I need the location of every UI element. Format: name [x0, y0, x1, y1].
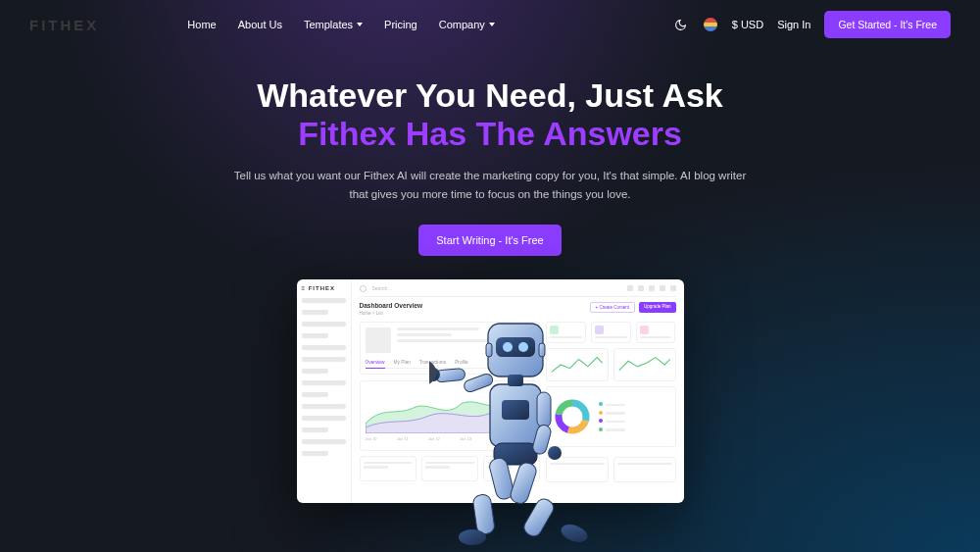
topbar-icon: [627, 285, 633, 291]
dashboard-topbar: Search…: [360, 285, 676, 297]
chart-label: Jan 15: [522, 436, 534, 441]
chevron-down-icon: [357, 23, 363, 26]
sidebar-placeholder: [302, 357, 346, 362]
sidebar-placeholder: [302, 310, 328, 315]
chart-label: Jan 10: [366, 436, 377, 441]
nav-label: Home: [187, 19, 216, 30]
globe-icon: [704, 18, 717, 31]
sidebar-placeholder: [302, 392, 328, 397]
nav-home[interactable]: Home: [187, 19, 216, 30]
brand-logo[interactable]: FITHEX: [29, 17, 99, 33]
chart-x-labels: Jan 10 Jan 11 Jan 12 Jan 13 Jan 14 Jan 1…: [366, 436, 535, 441]
dashboard-actions: + Create Content Upgrade Plan: [590, 302, 676, 313]
hero-subtitle: Tell us what you want our Fithex AI will…: [225, 167, 755, 203]
signin-link[interactable]: Sign In: [777, 19, 810, 30]
sidebar-placeholder: [302, 451, 328, 456]
sidebar-placeholder: [302, 404, 346, 409]
text-placeholder: [397, 339, 535, 342]
topbar-icon: [649, 285, 655, 291]
line-icon: [550, 352, 605, 377]
avatar-placeholder: [366, 327, 391, 353]
area-chart-card: Jan 10 Jan 11 Jan 12 Jan 13 Jan 14 Jan 1…: [360, 380, 541, 451]
nav-label: About Us: [238, 19, 282, 30]
sidebar-placeholder: [302, 416, 346, 421]
header-right: $ USD Sign In Get Started - It's Free: [673, 11, 951, 38]
tab-transactions: Transactions: [419, 360, 446, 365]
bottom-row: [360, 456, 541, 481]
line-icon: [617, 352, 672, 377]
topbar-icon: [638, 285, 644, 291]
dashboard-preview: ≡ FITHEX Search… Dashb: [297, 279, 684, 503]
profile-card: Overview My Plan Transactions Profile: [360, 322, 541, 375]
dashboard-crumb: Home > List: [360, 311, 423, 316]
dashboard-logo: ≡ FITHEX: [302, 285, 346, 291]
area-chart: [366, 386, 535, 433]
sidebar-placeholder: [302, 439, 346, 444]
chart-label: Jan 13: [460, 436, 471, 441]
dashboard-title: Dashboard Overview: [360, 302, 423, 309]
tab-overview: Overview: [366, 360, 385, 369]
language-button[interactable]: [703, 17, 718, 32]
start-writing-button[interactable]: Start Writing - It's Free: [418, 225, 561, 256]
stat-card: [613, 457, 676, 482]
dashboard-body: Overview My Plan Transactions Profile Ja…: [360, 322, 676, 482]
sidebar-placeholder: [302, 298, 346, 303]
text-placeholder: [397, 333, 452, 336]
sidebar-placeholder: [302, 427, 328, 432]
sidebar-placeholder: [302, 345, 346, 350]
mini-line-chart: [613, 348, 676, 381]
donut-chart-card: [546, 386, 675, 447]
nav-about[interactable]: About Us: [238, 19, 282, 30]
chart-label: Jan 12: [428, 436, 440, 441]
moon-icon: [674, 19, 687, 31]
sidebar-placeholder: [302, 333, 328, 338]
create-content-button: + Create Content: [590, 302, 635, 313]
stat-card: [546, 457, 609, 482]
main-nav: Home About Us Templates Pricing Company: [187, 19, 494, 30]
stat-card-green: [546, 322, 586, 343]
upgrade-plan-button: Upgrade Plan: [639, 302, 676, 313]
nav-company[interactable]: Company: [439, 19, 495, 30]
stat-card: [421, 456, 478, 481]
nav-label: Pricing: [384, 19, 417, 30]
donut-legend: [599, 402, 625, 431]
svg-point-23: [459, 529, 486, 545]
small-cards-row: [546, 322, 675, 343]
theme-toggle-button[interactable]: [673, 17, 689, 32]
chart-label: Jan 11: [397, 436, 409, 441]
get-started-button[interactable]: Get Started - It's Free: [824, 11, 951, 38]
nav-templates[interactable]: Templates: [304, 19, 363, 30]
topbar-icon: [660, 285, 665, 291]
header: FITHEX Home About Us Templates Pricing C…: [0, 0, 980, 49]
dashboard-titlebar: Dashboard Overview Home > List + Create …: [360, 302, 676, 316]
tab-profile: Profile: [455, 360, 468, 365]
dashboard-main: Search… Dashboard Overview Home > List +…: [352, 279, 684, 503]
stat-card-pink: [636, 322, 676, 343]
text-placeholder: [397, 327, 480, 330]
tab-myplan: My Plan: [394, 360, 411, 365]
svg-point-26: [559, 522, 590, 546]
nav-label: Templates: [304, 19, 353, 30]
hero-title-line1: Whatever You Need, Just Ask: [257, 76, 723, 114]
donut-chart: [552, 396, 593, 437]
sidebar-placeholder: [302, 369, 328, 374]
nav-pricing[interactable]: Pricing: [384, 19, 417, 30]
dashboard-sidebar: ≡ FITHEX: [297, 279, 352, 503]
topbar-icon: [670, 285, 676, 291]
stat-card: [483, 456, 540, 481]
currency-selector[interactable]: $ USD: [732, 19, 763, 30]
dashboard-right-column: [546, 322, 675, 482]
stat-card-purple: [591, 322, 631, 343]
search-icon: [360, 285, 367, 292]
chevron-down-icon: [489, 23, 495, 26]
search-placeholder: Search…: [372, 285, 393, 291]
mini-line-chart: [546, 348, 609, 381]
topbar-icons: [627, 285, 676, 291]
profile-tabs: Overview My Plan Transactions Profile: [366, 360, 535, 369]
stat-card: [360, 456, 416, 481]
sidebar-placeholder: [302, 322, 346, 326]
hero-title: Whatever You Need, Just Ask Fithex Has T…: [0, 76, 980, 153]
sidebar-placeholder: [302, 380, 346, 385]
hero-section: Whatever You Need, Just Ask Fithex Has T…: [0, 76, 980, 256]
dashboard-left-column: Overview My Plan Transactions Profile Ja…: [360, 322, 541, 482]
